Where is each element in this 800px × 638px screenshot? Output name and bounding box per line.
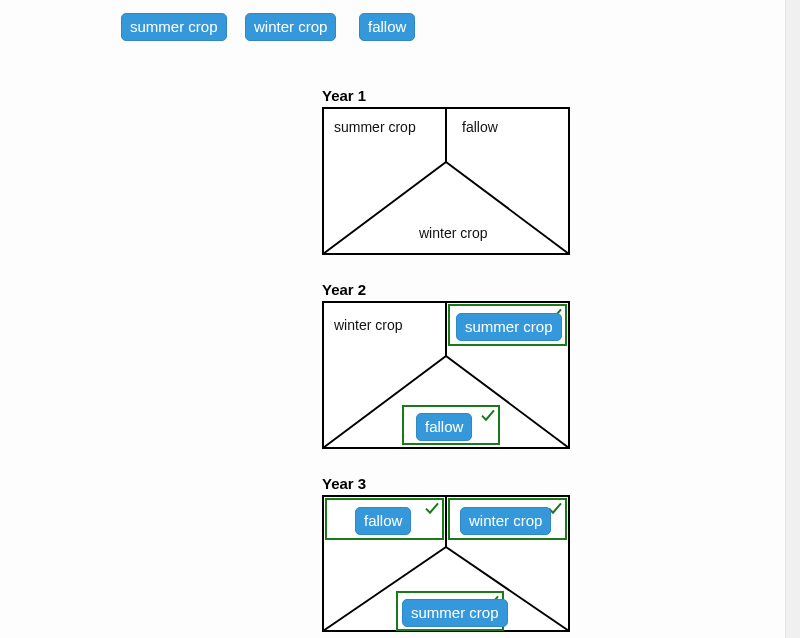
year1-topright-text: fallow — [462, 119, 498, 135]
year2-topright-dropzone[interactable]: summer crop — [448, 304, 567, 346]
year2-topright-pill[interactable]: summer crop — [456, 313, 562, 341]
year3-topleft-dropzone[interactable]: fallow — [325, 498, 444, 540]
year3-topleft-pill[interactable]: fallow — [355, 507, 411, 535]
year3-topright-pill[interactable]: winter crop — [460, 507, 551, 535]
year2-field: winter crop summer crop fallow — [322, 301, 570, 449]
palette-pill-summer[interactable]: summer crop — [121, 13, 227, 41]
year2-topleft-text: winter crop — [334, 317, 402, 333]
palette-pill-winter[interactable]: winter crop — [245, 13, 336, 41]
year1-label: Year 1 — [322, 87, 366, 104]
year2-label: Year 2 — [322, 281, 366, 298]
palette-pill-fallow[interactable]: fallow — [359, 13, 415, 41]
year1-topleft-text: summer crop — [334, 119, 416, 135]
year2-bottom-pill[interactable]: fallow — [416, 413, 472, 441]
year3-label: Year 3 — [322, 475, 366, 492]
year2-bottom-dropzone[interactable]: fallow — [402, 405, 500, 445]
year3-field: fallow winter crop summer crop — [322, 495, 570, 638]
year3-bottom-dropzone[interactable]: summer crop — [396, 591, 504, 631]
check-icon — [424, 500, 440, 516]
year3-bottom-pill[interactable]: summer crop — [402, 599, 508, 627]
year1-field: summer crop fallow winter crop — [322, 107, 570, 255]
page-edge — [785, 0, 800, 638]
check-icon — [480, 407, 496, 423]
year3-topright-dropzone[interactable]: winter crop — [448, 498, 567, 540]
year1-bottom-text: winter crop — [419, 225, 487, 241]
